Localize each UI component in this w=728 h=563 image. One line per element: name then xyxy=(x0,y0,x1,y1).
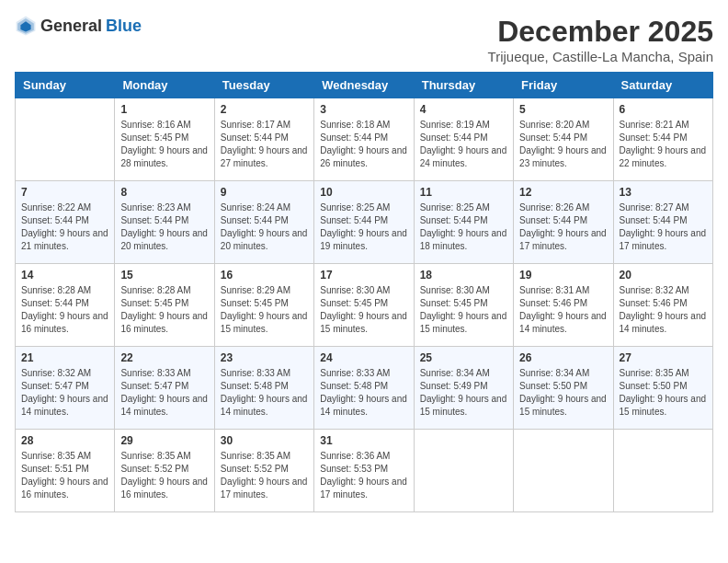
cell-sun-info: Sunrise: 8:28 AMSunset: 5:45 PMDaylight:… xyxy=(120,284,208,336)
calendar-cell: 22Sunrise: 8:33 AMSunset: 5:47 PMDayligh… xyxy=(115,347,214,430)
calendar-cell: 14Sunrise: 8:28 AMSunset: 5:44 PMDayligh… xyxy=(16,264,115,347)
cell-sun-info: Sunrise: 8:35 AMSunset: 5:52 PMDaylight:… xyxy=(221,450,308,501)
calendar-cell: 17Sunrise: 8:30 AMSunset: 5:45 PMDayligh… xyxy=(314,264,414,347)
calendar-cell xyxy=(16,98,115,181)
calendar-week-row: 7Sunrise: 8:22 AMSunset: 5:44 PMDaylight… xyxy=(16,181,713,264)
logo: General Blue xyxy=(15,15,142,37)
cell-sun-info: Sunrise: 8:25 AMSunset: 5:44 PMDaylight:… xyxy=(420,201,507,253)
day-number: 4 xyxy=(420,103,507,116)
logo-blue-text: Blue xyxy=(106,17,142,36)
cell-sun-info: Sunrise: 8:21 AMSunset: 5:44 PMDaylight:… xyxy=(620,119,707,170)
day-number: 30 xyxy=(221,434,308,447)
day-number: 3 xyxy=(320,103,407,116)
cell-sun-info: Sunrise: 8:20 AMSunset: 5:44 PMDaylight:… xyxy=(519,119,607,170)
day-number: 9 xyxy=(221,186,308,199)
day-number: 11 xyxy=(420,186,507,199)
cell-sun-info: Sunrise: 8:25 AMSunset: 5:44 PMDaylight:… xyxy=(320,201,407,253)
day-number: 21 xyxy=(21,351,108,364)
day-number: 5 xyxy=(519,103,607,116)
calendar-week-row: 14Sunrise: 8:28 AMSunset: 5:44 PMDayligh… xyxy=(16,264,713,347)
calendar-cell: 4Sunrise: 8:19 AMSunset: 5:44 PMDaylight… xyxy=(414,98,513,181)
cell-sun-info: Sunrise: 8:33 AMSunset: 5:48 PMDaylight:… xyxy=(320,367,407,419)
weekday-header-tuesday: Tuesday xyxy=(214,73,313,98)
calendar-cell xyxy=(414,430,513,512)
day-number: 28 xyxy=(21,434,108,447)
day-number: 29 xyxy=(120,434,208,447)
calendar-cell: 19Sunrise: 8:31 AMSunset: 5:46 PMDayligh… xyxy=(514,264,613,347)
calendar-cell: 28Sunrise: 8:35 AMSunset: 5:51 PMDayligh… xyxy=(16,430,115,512)
weekday-header-friday: Friday xyxy=(514,73,613,98)
cell-sun-info: Sunrise: 8:23 AMSunset: 5:44 PMDaylight:… xyxy=(120,201,208,253)
day-number: 14 xyxy=(21,269,108,282)
day-number: 27 xyxy=(620,351,707,364)
calendar-cell: 18Sunrise: 8:30 AMSunset: 5:45 PMDayligh… xyxy=(414,264,513,347)
calendar-cell: 11Sunrise: 8:25 AMSunset: 5:44 PMDayligh… xyxy=(414,181,513,264)
day-number: 18 xyxy=(420,269,507,282)
calendar-cell: 12Sunrise: 8:26 AMSunset: 5:44 PMDayligh… xyxy=(514,181,613,264)
month-title: December 2025 xyxy=(488,15,713,49)
weekday-header-row: SundayMondayTuesdayWednesdayThursdayFrid… xyxy=(16,73,713,98)
cell-sun-info: Sunrise: 8:19 AMSunset: 5:44 PMDaylight:… xyxy=(420,119,507,170)
cell-sun-info: Sunrise: 8:34 AMSunset: 5:50 PMDaylight:… xyxy=(519,367,607,419)
cell-sun-info: Sunrise: 8:31 AMSunset: 5:46 PMDaylight:… xyxy=(519,284,607,336)
calendar-cell: 13Sunrise: 8:27 AMSunset: 5:44 PMDayligh… xyxy=(613,181,712,264)
calendar-cell: 7Sunrise: 8:22 AMSunset: 5:44 PMDaylight… xyxy=(16,181,115,264)
calendar-cell xyxy=(514,430,613,512)
day-number: 23 xyxy=(221,351,308,364)
title-block: December 2025 Trijueque, Castille-La Man… xyxy=(488,15,713,64)
day-number: 16 xyxy=(221,269,308,282)
cell-sun-info: Sunrise: 8:33 AMSunset: 5:48 PMDaylight:… xyxy=(221,367,308,419)
day-number: 12 xyxy=(519,186,607,199)
cell-sun-info: Sunrise: 8:30 AMSunset: 5:45 PMDaylight:… xyxy=(320,284,407,336)
weekday-header-monday: Monday xyxy=(115,73,214,98)
calendar-cell: 10Sunrise: 8:25 AMSunset: 5:44 PMDayligh… xyxy=(314,181,414,264)
calendar-cell: 29Sunrise: 8:35 AMSunset: 5:52 PMDayligh… xyxy=(115,430,214,512)
cell-sun-info: Sunrise: 8:36 AMSunset: 5:53 PMDaylight:… xyxy=(320,450,407,501)
cell-sun-info: Sunrise: 8:33 AMSunset: 5:47 PMDaylight:… xyxy=(120,367,208,419)
day-number: 26 xyxy=(519,351,607,364)
day-number: 20 xyxy=(620,269,707,282)
calendar-cell: 8Sunrise: 8:23 AMSunset: 5:44 PMDaylight… xyxy=(115,181,214,264)
cell-sun-info: Sunrise: 8:30 AMSunset: 5:45 PMDaylight:… xyxy=(420,284,507,336)
weekday-header-thursday: Thursday xyxy=(414,73,513,98)
calendar-cell: 2Sunrise: 8:17 AMSunset: 5:44 PMDaylight… xyxy=(214,98,313,181)
calendar-cell: 26Sunrise: 8:34 AMSunset: 5:50 PMDayligh… xyxy=(514,347,613,430)
calendar-cell: 30Sunrise: 8:35 AMSunset: 5:52 PMDayligh… xyxy=(214,430,313,512)
calendar-cell: 24Sunrise: 8:33 AMSunset: 5:48 PMDayligh… xyxy=(314,347,414,430)
day-number: 2 xyxy=(221,103,308,116)
day-number: 1 xyxy=(120,103,208,116)
logo-general-text: General xyxy=(40,17,102,36)
cell-sun-info: Sunrise: 8:24 AMSunset: 5:44 PMDaylight:… xyxy=(221,201,308,253)
calendar-week-row: 1Sunrise: 8:16 AMSunset: 5:45 PMDaylight… xyxy=(16,98,713,181)
location-subtitle: Trijueque, Castille-La Mancha, Spain xyxy=(488,49,713,64)
cell-sun-info: Sunrise: 8:26 AMSunset: 5:44 PMDaylight:… xyxy=(519,201,607,253)
cell-sun-info: Sunrise: 8:27 AMSunset: 5:44 PMDaylight:… xyxy=(620,201,707,253)
cell-sun-info: Sunrise: 8:32 AMSunset: 5:46 PMDaylight:… xyxy=(620,284,707,336)
calendar-cell: 5Sunrise: 8:20 AMSunset: 5:44 PMDaylight… xyxy=(514,98,613,181)
cell-sun-info: Sunrise: 8:18 AMSunset: 5:44 PMDaylight:… xyxy=(320,119,407,170)
weekday-header-sunday: Sunday xyxy=(16,73,115,98)
calendar-week-row: 21Sunrise: 8:32 AMSunset: 5:47 PMDayligh… xyxy=(16,347,713,430)
cell-sun-info: Sunrise: 8:17 AMSunset: 5:44 PMDaylight:… xyxy=(221,119,308,170)
calendar-cell: 31Sunrise: 8:36 AMSunset: 5:53 PMDayligh… xyxy=(314,430,414,512)
cell-sun-info: Sunrise: 8:16 AMSunset: 5:45 PMDaylight:… xyxy=(120,119,208,170)
calendar-cell: 9Sunrise: 8:24 AMSunset: 5:44 PMDaylight… xyxy=(214,181,313,264)
day-number: 31 xyxy=(320,434,407,447)
calendar-cell: 20Sunrise: 8:32 AMSunset: 5:46 PMDayligh… xyxy=(613,264,712,347)
calendar-cell: 15Sunrise: 8:28 AMSunset: 5:45 PMDayligh… xyxy=(115,264,214,347)
day-number: 25 xyxy=(420,351,507,364)
day-number: 22 xyxy=(120,351,208,364)
day-number: 24 xyxy=(320,351,407,364)
day-number: 8 xyxy=(120,186,208,199)
day-number: 15 xyxy=(120,269,208,282)
calendar-cell: 3Sunrise: 8:18 AMSunset: 5:44 PMDaylight… xyxy=(314,98,414,181)
cell-sun-info: Sunrise: 8:28 AMSunset: 5:44 PMDaylight:… xyxy=(21,284,108,336)
calendar-cell xyxy=(613,430,712,512)
calendar-cell: 21Sunrise: 8:32 AMSunset: 5:47 PMDayligh… xyxy=(16,347,115,430)
day-number: 17 xyxy=(320,269,407,282)
calendar-table: SundayMondayTuesdayWednesdayThursdayFrid… xyxy=(15,72,713,512)
weekday-header-saturday: Saturday xyxy=(613,73,712,98)
calendar-cell: 6Sunrise: 8:21 AMSunset: 5:44 PMDaylight… xyxy=(613,98,712,181)
calendar-cell: 16Sunrise: 8:29 AMSunset: 5:45 PMDayligh… xyxy=(214,264,313,347)
cell-sun-info: Sunrise: 8:35 AMSunset: 5:52 PMDaylight:… xyxy=(120,450,208,501)
